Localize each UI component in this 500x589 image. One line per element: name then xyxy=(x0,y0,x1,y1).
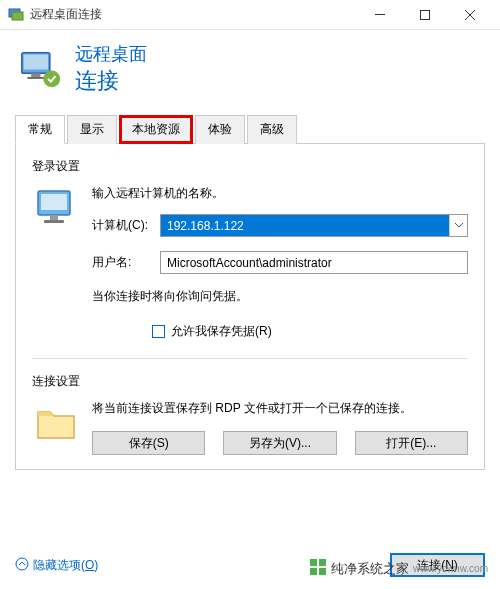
save-creds-row: 允许我保存凭据(R) xyxy=(152,323,468,340)
header: 远程桌面 连接 xyxy=(0,30,500,114)
maximize-button[interactable] xyxy=(402,0,447,29)
user-input[interactable] xyxy=(160,251,468,274)
hide-options-link[interactable]: 隐藏选项(O) xyxy=(15,557,98,574)
svg-rect-2 xyxy=(375,14,385,15)
svg-rect-7 xyxy=(27,77,44,79)
watermark: 纯净系统之家 www.ycwnw.com xyxy=(309,558,488,579)
header-line2: 连接 xyxy=(75,66,147,96)
conn-desc: 将当前连接设置保存到 RDP 文件或打开一个已保存的连接。 xyxy=(92,400,468,417)
titlebar: 远程桌面连接 xyxy=(0,0,500,30)
conn-section-title: 连接设置 xyxy=(32,373,468,390)
computer-combo[interactable] xyxy=(160,214,468,237)
svg-rect-15 xyxy=(319,559,326,566)
tab-content: 登录设置 输入远程计算机的名称。 计算机(C): xyxy=(15,144,485,470)
conn-body: 将当前连接设置保存到 RDP 文件或打开一个已保存的连接。 保存(S) 另存为(… xyxy=(92,400,468,455)
svg-rect-3 xyxy=(420,10,429,19)
svg-point-8 xyxy=(43,70,60,87)
watermark-text: 纯净系统之家 xyxy=(331,560,409,578)
user-field xyxy=(160,251,468,274)
tab-general[interactable]: 常规 xyxy=(15,115,65,144)
svg-rect-10 xyxy=(41,194,67,210)
svg-rect-14 xyxy=(310,559,317,566)
conn-buttons: 保存(S) 另存为(V)... 打开(E)... xyxy=(92,431,468,455)
watermark-icon xyxy=(309,558,327,579)
folder-icon xyxy=(32,400,80,448)
window-title: 远程桌面连接 xyxy=(30,6,357,23)
login-desc: 输入远程计算机的名称。 xyxy=(92,185,468,202)
saveas-button[interactable]: 另存为(V)... xyxy=(223,431,336,455)
computer-input[interactable] xyxy=(161,215,449,236)
computer-label: 计算机(C): xyxy=(92,217,160,234)
user-row: 用户名: xyxy=(92,251,468,274)
window-controls xyxy=(357,0,492,29)
svg-rect-5 xyxy=(24,54,48,69)
svg-rect-16 xyxy=(310,568,317,575)
hide-options-text: 隐藏选项(O) xyxy=(33,557,98,574)
svg-rect-12 xyxy=(44,220,64,223)
chevron-up-icon xyxy=(15,557,29,574)
minimize-button[interactable] xyxy=(357,0,402,29)
tab-experience[interactable]: 体验 xyxy=(195,115,245,144)
computer-icon xyxy=(32,185,80,233)
login-section: 输入远程计算机的名称。 计算机(C): 用户名: xyxy=(32,185,468,340)
computer-field xyxy=(160,214,468,237)
svg-point-13 xyxy=(16,558,28,570)
credentials-info: 当你连接时将向你询问凭据。 xyxy=(92,288,468,305)
rdp-icon xyxy=(8,7,24,23)
login-body: 输入远程计算机的名称。 计算机(C): 用户名: xyxy=(92,185,468,340)
divider xyxy=(32,358,468,359)
computer-row: 计算机(C): xyxy=(92,214,468,237)
header-line1: 远程桌面 xyxy=(75,42,147,66)
close-button[interactable] xyxy=(447,0,492,29)
login-section-title: 登录设置 xyxy=(32,158,468,175)
svg-rect-6 xyxy=(31,73,40,77)
save-button[interactable]: 保存(S) xyxy=(92,431,205,455)
open-button[interactable]: 打开(E)... xyxy=(355,431,468,455)
svg-rect-11 xyxy=(50,215,58,220)
svg-rect-17 xyxy=(319,568,326,575)
watermark-url: www.ycwnw.com xyxy=(413,563,488,574)
rdp-large-icon xyxy=(18,47,63,92)
header-text: 远程桌面 连接 xyxy=(75,42,147,96)
chevron-down-icon[interactable] xyxy=(449,215,467,236)
save-creds-label[interactable]: 允许我保存凭据(R) xyxy=(171,323,272,340)
user-label: 用户名: xyxy=(92,254,160,271)
conn-section: 将当前连接设置保存到 RDP 文件或打开一个已保存的连接。 保存(S) 另存为(… xyxy=(32,400,468,455)
save-creds-checkbox[interactable] xyxy=(152,325,165,338)
tab-display[interactable]: 显示 xyxy=(67,115,117,144)
tabs: 常规 显示 本地资源 体验 高级 xyxy=(15,114,485,144)
svg-rect-1 xyxy=(12,12,23,20)
tabs-container: 常规 显示 本地资源 体验 高级 登录设置 输入远程计算机的名称。 计算机(C)… xyxy=(15,114,485,470)
tab-advanced[interactable]: 高级 xyxy=(247,115,297,144)
tab-local-resources[interactable]: 本地资源 xyxy=(119,115,193,144)
